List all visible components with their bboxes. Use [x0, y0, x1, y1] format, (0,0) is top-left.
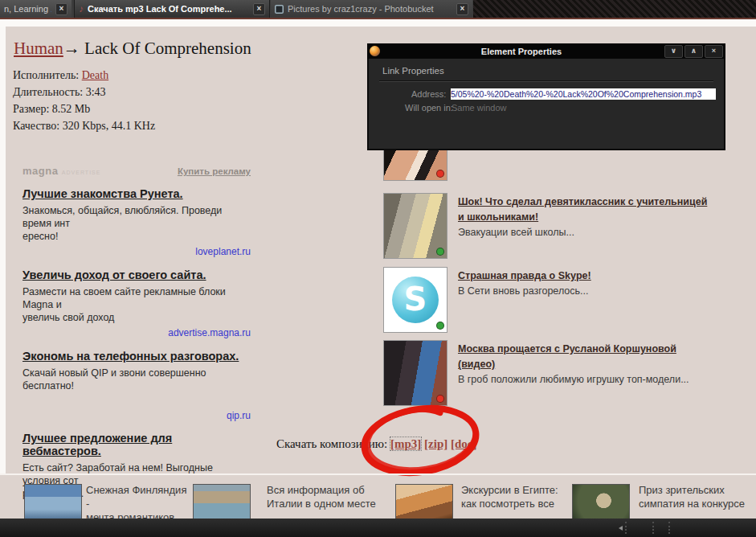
address-value-field[interactable]: 5/05%20-%20Death%20-%20Lack%20Of%20Compr…	[451, 88, 716, 100]
bottom-ad-text[interactable]: Экскурсии в Египте: как посмотреть все	[461, 483, 574, 510]
green-dot-badge	[436, 322, 444, 330]
size-label: Размер:	[13, 103, 52, 115]
quality-row: Качество: 320 Kbps, 44.1 KHz	[13, 117, 155, 134]
bottom-ad-line: как посмотреть все	[461, 498, 554, 510]
tab-label: Pictures by craz1crazy - Photobucket	[288, 4, 452, 14]
will-open-in-value: Same window	[452, 103, 506, 113]
ad-body: Скачай новый QIP и звони совершенно бесп…	[22, 367, 251, 392]
download-row: Скачать композицию: [mp3] [zip] [doc]	[276, 437, 476, 451]
bottom-ad-line: Снежная Финляндия -	[86, 484, 186, 510]
ad-item: Экономь на телефонных разговорах. Скачай…	[22, 349, 251, 421]
buy-ads-link[interactable]: Купить рекламу	[178, 166, 251, 176]
track-info: Исполнитель: Death Длительность: 3:43 Ра…	[13, 67, 155, 134]
quality-label: Качество:	[13, 120, 63, 132]
artist-death-link[interactable]: Death	[82, 69, 108, 81]
download-doc-link[interactable]: [doc]	[451, 437, 477, 450]
skype-icon: S	[392, 277, 439, 323]
arrow-glyph: →	[63, 39, 80, 58]
ad-title-link[interactable]: Лучшие знакомства Рунета.	[22, 187, 183, 200]
ad-thumbnail-contest[interactable]	[572, 484, 630, 521]
bottom-ad-line: Вся информация об	[267, 484, 365, 496]
size-row: Размер: 8.52 Mb	[13, 100, 155, 117]
bottom-ad-text[interactable]: Приз зрительских симпатия на конкурсе	[639, 483, 755, 510]
close-icon[interactable]: ×	[253, 3, 265, 15]
dialog-titlebar[interactable]: Element Properties ∨ ∧ ×	[367, 43, 725, 59]
collapse-arrow-icon[interactable]	[619, 526, 623, 531]
artist-link[interactable]: Human	[14, 39, 63, 58]
music-note-icon: ♪	[79, 3, 84, 14]
news-title-link[interactable]: Страшная правда о Skype!	[458, 270, 591, 281]
artist-label: Исполнитель:	[13, 69, 82, 81]
dialog-separator	[379, 80, 713, 82]
news-thumbnail[interactable]: S	[383, 267, 447, 333]
page-title: Human→ Lack Of Comprehension	[14, 39, 251, 59]
tab-bar: n, Learning ... × ♪ Скачать mp3 Lack Of …	[0, 0, 756, 18]
bottom-ad-text[interactable]: Вся информация об Италии в одном месте	[267, 483, 379, 510]
ad-body-line: Скачай новый QIP и звони совершенно бесп…	[22, 367, 206, 391]
ad-item: Увеличь доход от своего сайта. Размести …	[22, 268, 251, 338]
magna-logo-subtext: advertise	[62, 170, 101, 175]
dialog-title: Element Properties	[380, 47, 663, 56]
will-open-in-label: Will open in:	[405, 103, 453, 113]
news-text: Шок! Что сделал девятиклассник с учитель…	[458, 194, 709, 240]
bottom-strip-divider	[0, 473, 756, 475]
ad-thumbnail-egypt[interactable]	[395, 484, 453, 521]
news-thumbnail[interactable]	[383, 193, 447, 259]
link-properties-heading: Link Properties	[382, 66, 444, 76]
ad-title-link[interactable]: Экономь на телефонных разговорах.	[22, 350, 239, 363]
ad-body-line: Размести на своем сайте рекламные блоки …	[22, 286, 226, 310]
ad-body: Размести на своем сайте рекламные блоки …	[22, 285, 251, 324]
green-dot-badge	[436, 248, 444, 256]
download-zip-link[interactable]: [zip]	[424, 437, 447, 450]
page-top-margin	[0, 19, 756, 27]
magna-logo-text: magna	[22, 165, 58, 177]
tab-photobucket[interactable]: Pictures by craz1crazy - Photobucket ×	[271, 0, 472, 18]
unshade-window-button[interactable]: ∧	[684, 45, 703, 58]
element-properties-dialog: Element Properties ∨ ∧ × Link Properties…	[367, 44, 725, 150]
news-thumbnail[interactable]	[383, 340, 447, 406]
ad-body-line: ересно!	[22, 231, 58, 242]
ad-item: Лучшие знакомства Рунета. Знакомься, общ…	[22, 187, 251, 257]
news-title-link[interactable]: Москва прощается с Русланой Коршуновой (…	[458, 343, 676, 370]
tab-bar-empty-area	[473, 0, 756, 18]
taskbar	[0, 519, 756, 537]
ad-body-line: увеличь свой доход	[22, 312, 114, 323]
bottom-ad-line: симпатия на конкурсе	[639, 498, 745, 510]
ad-body: Знакомься, общайся, влюбляйся. Проведи в…	[22, 204, 251, 243]
ad-url-link[interactable]: qip.ru	[22, 410, 251, 421]
tab-label: n, Learning ...	[4, 4, 51, 14]
news-thumbnail[interactable]	[383, 149, 447, 181]
panel-handle[interactable]	[652, 522, 654, 534]
bottom-ad-line: Экскурсии в Египте:	[461, 484, 558, 496]
news-text: Страшная правда о Skype! В Сети вновь ра…	[458, 268, 709, 298]
ad-thumbnail-italy[interactable]	[193, 484, 251, 521]
ad-url-link[interactable]: advertise.magna.ru	[22, 327, 251, 338]
magna-logo: magna advertise	[22, 163, 100, 178]
tab-learning[interactable]: n, Learning ... ×	[0, 0, 72, 18]
shade-window-button[interactable]: ∨	[664, 45, 683, 58]
quality-value: 320 Kbps, 44.1 KHz	[63, 120, 156, 132]
news-title-link[interactable]: Шок! Что сделал девятиклассник с учитель…	[458, 196, 707, 223]
panel-handle[interactable]	[625, 522, 627, 534]
close-icon[interactable]: ×	[55, 3, 67, 15]
address-label: Address:	[411, 89, 446, 99]
ad-title-link[interactable]: Лучшее предложение для вебмастеров.	[22, 432, 251, 457]
duration-row: Длительность: 3:43	[13, 84, 155, 100]
close-icon[interactable]: ×	[456, 3, 468, 15]
tab-download-mp3[interactable]: ♪ Скачать mp3 Lack Of Comprehe... ×	[74, 0, 270, 18]
screen: n, Learning ... × ♪ Скачать mp3 Lack Of …	[0, 0, 756, 537]
duration-value: 3:43	[86, 86, 106, 98]
news-subtitle: В Сети вновь разгорелось...	[458, 285, 709, 298]
panel-handle[interactable]	[668, 522, 670, 534]
firefox-icon	[370, 46, 380, 56]
ad-title-link[interactable]: Увеличь доход от своего сайта.	[22, 268, 206, 281]
close-window-button[interactable]: ×	[705, 45, 723, 58]
ad-body-line: Знакомься, общайся, влюбляйся. Проведи в…	[22, 205, 222, 229]
news-subtitle: В гроб положили любимую игрушку топ-моде…	[458, 373, 709, 387]
ad-url-link[interactable]: loveplanet.ru	[22, 246, 251, 257]
news-text: Москва прощается с Русланой Коршуновой (…	[458, 341, 709, 387]
artist-row: Исполнитель: Death	[13, 67, 155, 84]
size-value: 8.52 Mb	[52, 103, 90, 115]
download-mp3-link[interactable]: [mp3]	[390, 437, 421, 450]
ad-thumbnail-finland[interactable]	[24, 484, 82, 521]
